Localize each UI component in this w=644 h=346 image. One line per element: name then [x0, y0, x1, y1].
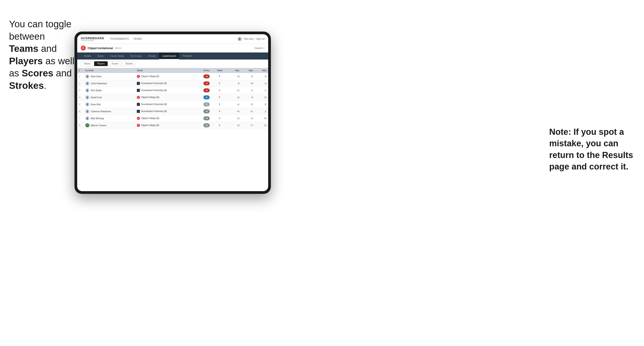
player-avatar: 👤 [85, 102, 90, 106]
toggle-scores[interactable]: Scores [108, 61, 122, 66]
sign-out-link[interactable]: Sign out [256, 38, 264, 40]
nav-teams[interactable]: TEAMS [134, 37, 142, 41]
cell-rd2: +2 [241, 108, 255, 115]
cell-player: 🌿Marcus Turners [84, 122, 135, 129]
player-name: Rich Butler [91, 89, 102, 92]
toggle-players[interactable]: Players [94, 61, 108, 66]
cancel-button[interactable]: Cancel × [254, 47, 264, 49]
cell-rd1: +1 [228, 101, 241, 108]
tournament-type: (Men) [115, 47, 122, 49]
cell-rd2: +7 [241, 122, 255, 129]
player-avatar: 🌿 [85, 123, 90, 127]
team-logo: C [137, 96, 140, 99]
score-badge: -2 [204, 88, 210, 92]
right-annotation: Note: If you spot a mistake, you can ret… [549, 126, 635, 173]
nav-links: TOURNAMENTS TEAMS [110, 37, 238, 41]
team-logo: C [137, 75, 140, 78]
cell-rd2: +5 [241, 80, 255, 87]
cell-rd2: +1 [241, 115, 255, 122]
team-logo: C [137, 117, 140, 120]
cell-rd3: -1 [254, 87, 268, 94]
cell-thru: F [212, 87, 228, 94]
player-avatar: 👤 [85, 81, 90, 85]
score-badge: +6 [204, 109, 210, 113]
tab-results[interactable]: Results [145, 52, 159, 59]
cell-rd3: +3 [254, 94, 268, 101]
annotation-text: You can toggle between Teams and Players… [9, 19, 74, 91]
cell-thru: F [212, 122, 228, 129]
player-name: Rees Britt [91, 103, 101, 106]
toggle-strokes[interactable]: Strokes [122, 61, 136, 66]
team-name: Clippd College [A] [141, 75, 159, 78]
team-name: Scoreboard University [A] [141, 110, 166, 113]
col-total: TOTAL [194, 68, 212, 73]
player-name: Chris Robertson [91, 82, 107, 85]
cell-rd1: +1 [228, 94, 241, 101]
player-avatar: 👤 [85, 95, 90, 99]
cell-rd1: +3 [228, 73, 241, 80]
cell-rd2: E [241, 101, 255, 108]
cell-rank: 4 [77, 94, 84, 101]
user-label: Test User | [244, 38, 254, 40]
score-badge: -4 [204, 81, 210, 85]
cell-team: CClippd College [A] [135, 115, 194, 122]
cell-rank: 7 [77, 115, 84, 122]
cell-total: -2 [194, 87, 212, 94]
team-name: Scoreboard University [A] [141, 82, 166, 85]
tournament-title-area: C Clippd Invitational (Men) [81, 45, 121, 50]
cell-rd3: -4 [254, 80, 268, 87]
team-logo [137, 89, 140, 92]
toggle-teams[interactable]: Teams [81, 61, 93, 66]
cell-rd3: +2 [254, 122, 268, 129]
player-avatar: 👤 [85, 88, 90, 92]
team-name: Clippd College [A] [141, 117, 159, 120]
cell-team: CClippd College [A] [135, 122, 194, 129]
cell-rank: 3 [77, 87, 84, 94]
table-row: 4👤David FordCClippd College [A]EF+1-4+3 [77, 94, 268, 101]
toggle-bar: Teams Players Scores Strokes [77, 59, 268, 68]
cell-rd1: +2 [228, 122, 241, 129]
cell-rd3: E [254, 101, 268, 108]
player-avatar: 👤 [85, 109, 90, 113]
cell-thru: F [212, 94, 228, 101]
note-text: Note: If you spot a mistake, you can ret… [549, 127, 633, 171]
tab-printables[interactable]: Printables [179, 52, 196, 59]
user-avatar: 👤 [238, 37, 242, 41]
tab-teams[interactable]: Teams [94, 52, 107, 59]
logo-text: SCOREBOARD [81, 37, 104, 40]
player-avatar: 👤 [85, 116, 90, 120]
cell-total: +1 [194, 101, 212, 108]
table-row: 5👤Rees BrittScoreboard University [A]+1F… [77, 101, 268, 108]
cell-team: Scoreboard University [A] [135, 87, 194, 94]
tab-details[interactable]: Details [81, 52, 94, 59]
col-team: TEAM [135, 68, 194, 73]
col-rd1: RD1 [228, 68, 241, 73]
cell-rank: 2 [77, 80, 84, 87]
leaderboard-table: # PLAYER TEAM TOTAL THRU RD1 RD2 RD3 1👤E… [77, 68, 268, 191]
cell-thru: F [212, 73, 228, 80]
table-row: 7👤Blair McHargCClippd College [A]+8F+2+1… [77, 115, 268, 122]
cell-rd1: +1 [228, 87, 241, 94]
sub-nav: Details Teams Course Setup Tee Groups Re… [77, 52, 268, 59]
cell-team: Scoreboard University [A] [135, 80, 194, 87]
team-logo [137, 103, 140, 106]
cell-team: Scoreboard University [A] [135, 108, 194, 115]
table-row: 6👤Cameron RobertsonScoreboard University… [77, 108, 268, 115]
cell-rd3: -1 [254, 108, 268, 115]
tab-leaderboards[interactable]: Leaderboards [159, 52, 179, 59]
tab-tee-groups[interactable]: Tee Groups [127, 52, 145, 59]
left-annotation: You can toggle between Teams and Players… [9, 18, 74, 92]
cell-rank: 1 [77, 73, 84, 80]
cell-total: E [194, 94, 212, 101]
cell-player: 👤Elliot Ebert [84, 73, 135, 80]
team-logo: C [137, 124, 140, 127]
cell-rd3: -5 [254, 73, 268, 80]
logo-area: SCOREBOARD Powered by clippd [81, 37, 104, 41]
cell-total: +11 [194, 122, 212, 129]
team-name: Scoreboard University [A] [141, 103, 166, 106]
player-name: Marcus Turners [91, 124, 106, 127]
score-badge: +11 [204, 123, 210, 127]
player-avatar: 👤 [85, 74, 90, 78]
nav-tournaments[interactable]: TOURNAMENTS [110, 37, 129, 41]
tab-course-setup[interactable]: Course Setup [107, 52, 127, 59]
